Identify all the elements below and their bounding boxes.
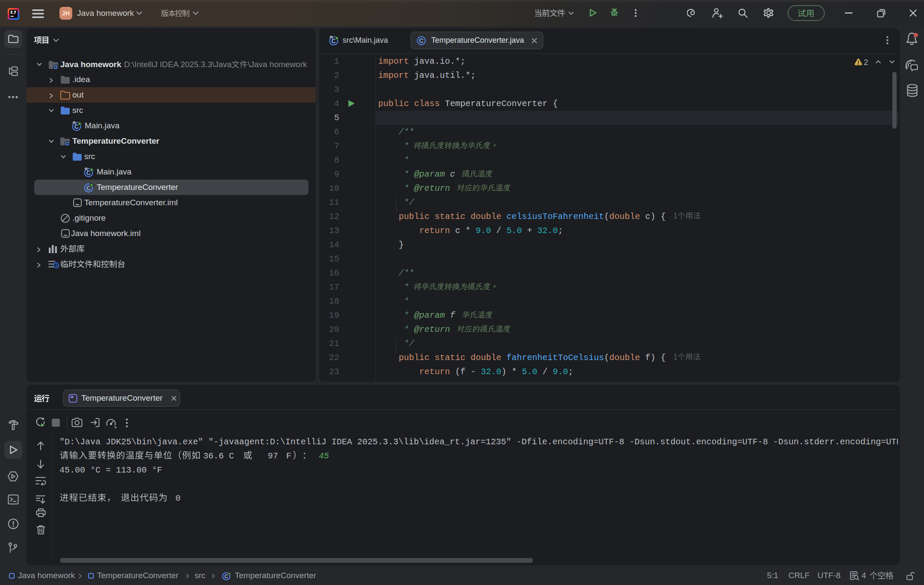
svg-text:C: C — [224, 573, 228, 579]
svg-text:C: C — [419, 37, 424, 44]
